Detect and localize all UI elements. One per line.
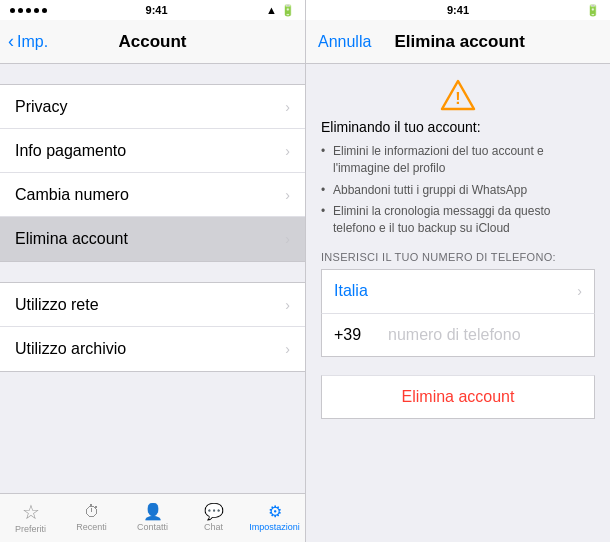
bullet-1: Elimini le informazioni del tuo account … [321,143,595,177]
chevron-right-icon: › [285,143,290,159]
signal-dot-5 [42,8,47,13]
battery-right-icon: 🔋 [586,4,600,17]
person-icon: 👤 [143,504,163,520]
status-bar-left: 9:41 ▲ 🔋 [0,0,305,20]
back-label: Imp. [17,33,48,51]
bullet-3: Elimini la cronologia messaggi da questo… [321,203,595,237]
country-selector[interactable]: Italia › [321,269,595,313]
signal-dot-4 [34,8,39,13]
menu-item-utilizzo-archivio[interactable]: Utilizzo archivio › [0,327,305,371]
chat-icon: 💬 [204,504,224,520]
tab-recenti[interactable]: ⏱ Recenti [61,504,122,532]
nav-bar-left: ‹ Imp. Account [0,20,305,64]
chevron-right-icon: › [285,187,290,203]
menu-item-info-pagamento[interactable]: Info pagamento › [0,129,305,173]
menu-item-privacy-label: Privacy [15,98,285,116]
warning-section: ! Eliminando il tuo account: Elimini le … [321,79,595,237]
right-content: ! Eliminando il tuo account: Elimini le … [306,64,610,542]
delete-account-button[interactable]: Elimina account [321,375,595,419]
battery-icon: 🔋 [281,4,295,17]
back-chevron-icon: ‹ [8,31,14,52]
menu-item-privacy[interactable]: Privacy › [0,85,305,129]
warning-triangle-icon: ! [440,79,476,111]
tab-bar: ☆ Preferiti ⏱ Recenti 👤 Contatti 💬 Chat … [0,493,305,542]
tab-preferiti[interactable]: ☆ Preferiti [0,502,61,534]
nav-title-left: Account [119,32,187,52]
bullet-2: Abbandoni tutti i gruppi di WhatsApp [321,182,595,199]
star-icon: ☆ [22,502,40,522]
country-row-inner: Italia › [334,282,582,300]
nav-bar-right: Annulla Elimina account [306,20,610,64]
clock-icon: ⏱ [84,504,100,520]
wifi-icon: ▲ [266,4,277,16]
tab-contatti-label: Contatti [137,522,168,532]
tab-impostazioni-label: Impostazioni [249,522,300,532]
menu-item-rete-label: Utilizzo rete [15,296,285,314]
second-menu-section: Utilizzo rete › Utilizzo archivio › [0,282,305,372]
tab-contatti[interactable]: 👤 Contatti [122,504,183,532]
phone-code: +39 [334,326,372,344]
time-right: 9:41 [447,4,469,16]
tab-impostazioni[interactable]: ⚙ Impostazioni [244,504,305,532]
back-button[interactable]: ‹ Imp. [8,31,48,52]
tab-recenti-label: Recenti [76,522,107,532]
menu-item-elimina-account[interactable]: Elimina account › [0,217,305,261]
signal-dot-3 [26,8,31,13]
tab-preferiti-label: Preferiti [15,524,46,534]
right-status: ▲ 🔋 [266,4,295,17]
svg-text:!: ! [455,90,460,107]
cancel-button[interactable]: Annulla [318,33,371,51]
warning-title: Eliminando il tuo account: [321,119,595,135]
signal-dot-2 [18,8,23,13]
chevron-right-icon: › [285,99,290,115]
settings-icon: ⚙ [268,504,282,520]
menu-item-cambia-numero[interactable]: Cambia numero › [0,173,305,217]
phone-input[interactable] [388,326,588,344]
left-panel: 9:41 ▲ 🔋 ‹ Imp. Account Privacy › Info p… [0,0,305,542]
menu-item-elimina-label: Elimina account [15,230,285,248]
chevron-right-icon: › [285,297,290,313]
chevron-right-icon: › [285,341,290,357]
menu-item-archivio-label: Utilizzo archivio [15,340,285,358]
country-chevron-icon: › [577,283,582,299]
warning-bullets: Elimini le informazioni del tuo account … [321,143,595,237]
main-menu-section: Privacy › Info pagamento › Cambia numero… [0,84,305,262]
status-bar-right: 9:41 🔋 [306,0,610,20]
delete-account-label: Elimina account [402,388,515,406]
menu-item-utilizzo-rete[interactable]: Utilizzo rete › [0,283,305,327]
signal-dot-1 [10,8,15,13]
menu-item-info-label: Info pagamento [15,142,285,160]
warning-icon-container: ! [321,79,595,111]
tab-chat-label: Chat [204,522,223,532]
phone-section-header: INSERISCI IL TUO NUMERO DI TELEFONO: [321,251,595,263]
tab-chat[interactable]: 💬 Chat [183,504,244,532]
menu-item-cambia-label: Cambia numero [15,186,285,204]
right-panel: 9:41 🔋 Annulla Elimina account ! Elimina… [305,0,610,542]
chevron-right-icon: › [285,231,290,247]
phone-row: +39 [321,313,595,357]
signal-area [10,8,47,13]
nav-title-right: Elimina account [395,32,525,52]
time-left: 9:41 [146,4,168,16]
right-battery: 🔋 [550,4,600,17]
country-label: Italia [334,282,368,300]
